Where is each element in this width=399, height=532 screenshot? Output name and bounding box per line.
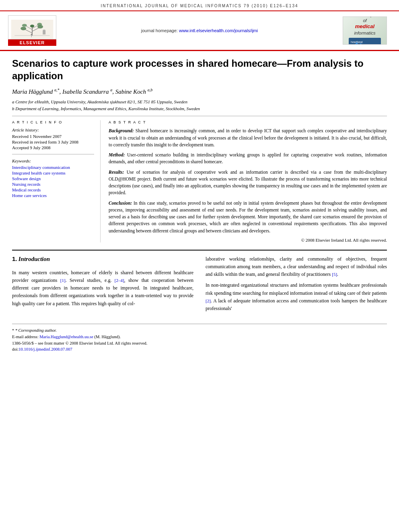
- logo-text: informatics: [345, 30, 385, 36]
- keywords-label: Keywords:: [12, 158, 94, 163]
- svg-point-7: [21, 27, 26, 30]
- info-divider: [12, 154, 94, 154]
- footnote-issn: 1386-5056/$ – see front matter © 2008 El…: [12, 340, 387, 347]
- abstract-results: Results: Use of scenarios for analysis o…: [109, 169, 387, 197]
- top-bar: International Journal of Medical Informa…: [0, 0, 399, 11]
- svg-rect-15: [43, 29, 45, 31]
- affiliations: a Centre for eHealth, Uppsala University…: [12, 99, 387, 112]
- conclusion-label: Conclusion:: [109, 201, 132, 205]
- article-info-label: A R T I C L E I N F O: [12, 120, 94, 124]
- email-link[interactable]: Maria.Hagglund@ehealth.uu.se: [39, 335, 93, 339]
- results-text: Use of scenarios for analysis of coopera…: [109, 170, 387, 195]
- homepage-url[interactable]: www.intl.elsevierhealth.com/journals/ijm…: [179, 28, 258, 33]
- body-section: 1. Introduction In many western countrie…: [12, 250, 387, 316]
- keyword-3[interactable]: Software design: [12, 176, 94, 181]
- abstract-method: Method: User-centered scenario building …: [109, 152, 387, 166]
- results-label: Results:: [109, 170, 124, 175]
- body-para-1: In many western countries, homecare of e…: [12, 269, 193, 308]
- article-title: Scenarios to capture work processes in s…: [12, 57, 387, 82]
- star-icon: *: [12, 328, 14, 333]
- received-2: Received in revised form 3 July 2008: [12, 140, 94, 144]
- header-divider: [12, 116, 387, 116]
- copyright: © 2008 Elsevier Ireland Ltd. All rights …: [109, 238, 387, 242]
- footnote-doi: doi:10.1016/j.ijmedinf.2008.07.007: [12, 346, 387, 353]
- keyword-5[interactable]: Medical records: [12, 187, 94, 192]
- article-history: Article history: Received 1 November 200…: [12, 127, 94, 150]
- body-para-2: In non-integrated organizational structu…: [206, 281, 387, 312]
- ref-2-4[interactable]: [2–4]: [115, 278, 124, 283]
- section-number: 1.: [12, 255, 17, 262]
- journal-header: ELSEVIER journal homepage: www.intl.else…: [0, 11, 399, 51]
- body-para-1-cont: laborative working relationships, clarit…: [206, 255, 387, 279]
- footnote-email: E-mail address: Maria.Hagglund@ehealth.u…: [12, 334, 387, 340]
- svg-point-12: [31, 34, 32, 35]
- affiliation-a: a Centre for eHealth, Uppsala University…: [12, 99, 387, 105]
- homepage-label: journal homepage:: [141, 28, 178, 33]
- footnote-corresponding: * * Corresponding author.: [12, 327, 387, 334]
- journal-logo-text: international journal of medical informa…: [345, 16, 385, 45]
- authors: Maria Hägglund a,*, Isabella Scandurra a…: [12, 88, 387, 95]
- body-left-col: 1. Introduction In many western countrie…: [12, 255, 193, 316]
- keyword-2[interactable]: Integrated health care systems: [12, 170, 94, 175]
- keyword-6[interactable]: Home care services: [12, 193, 94, 198]
- background-label: Background:: [109, 128, 134, 133]
- abstract-background: Background: Shared homecare is increasin…: [109, 127, 387, 148]
- page: International Journal of Medical Informa…: [0, 0, 399, 532]
- conclusion-text: In this case study, scenarios proved to …: [109, 201, 387, 233]
- journal-citation: International Journal of Medical Informa…: [101, 4, 298, 8]
- background-text: Shared homecare is increasingly common, …: [109, 128, 387, 147]
- email-suffix: (M. Hägglund).: [94, 335, 121, 339]
- section-title: Introduction: [19, 256, 50, 262]
- ref-1[interactable]: [1]: [60, 278, 66, 283]
- elsevier-logo: ELSEVIER: [8, 15, 56, 46]
- keyword-4[interactable]: Nursing records: [12, 182, 94, 187]
- ref-5[interactable]: [5]: [332, 272, 337, 277]
- abstract-label: A B S T R A C T: [109, 120, 387, 124]
- journal-logo-right: international journal of medical informa…: [343, 16, 387, 45]
- method-text: User-centered scenario building in inter…: [109, 152, 387, 164]
- affiliation-b: b Department of Learning, Informatics, M…: [12, 105, 387, 112]
- info-abstract-section: A R T I C L E I N F O Article history: R…: [12, 120, 387, 242]
- journal-homepage: journal homepage: www.intl.elsevierhealt…: [56, 28, 343, 33]
- body-right-col: laborative working relationships, clarit…: [206, 255, 387, 316]
- authors-text: Maria Hägglund a,*, Isabella Scandurra a…: [12, 88, 152, 95]
- main-content: Scenarios to capture work processes in s…: [0, 51, 399, 357]
- abstract-col: A B S T R A C T Background: Shared homec…: [109, 120, 387, 242]
- keyword-1[interactable]: Interdisciplinary communication: [12, 165, 94, 170]
- svg-point-11: [30, 25, 34, 27]
- corresponding-label: * Corresponding author.: [15, 328, 57, 333]
- article-info-col: A R T I C L E I N F O Article history: R…: [12, 120, 101, 242]
- ref-2[interactable]: [2]: [206, 298, 211, 303]
- history-label: Article history:: [12, 127, 94, 132]
- elsevier-logo-image: [8, 15, 56, 39]
- keywords-section: Keywords: Interdisciplinary communicatio…: [12, 158, 94, 198]
- footnote-area: * * Corresponding author. E-mail address…: [12, 324, 387, 357]
- abstract-conclusion: Conclusion: In this case study, scenario…: [109, 200, 387, 234]
- body-two-col: 1. Introduction In many western countrie…: [12, 255, 387, 316]
- logo-bold: medical: [345, 23, 385, 30]
- elsevier-label-text: ELSEVIER: [8, 39, 56, 46]
- method-label: Method:: [109, 152, 125, 157]
- svg-point-10: [37, 23, 42, 26]
- section-heading: 1. Introduction: [12, 255, 193, 263]
- doi-link[interactable]: 10.1016/j.ijmedinf.2008.07.007: [19, 347, 72, 351]
- email-label-text: E-mail address:: [12, 335, 39, 339]
- accepted: Accepted 9 July 2008: [12, 145, 94, 150]
- svg-point-9: [22, 24, 27, 27]
- received-1: Received 1 November 2007: [12, 134, 94, 139]
